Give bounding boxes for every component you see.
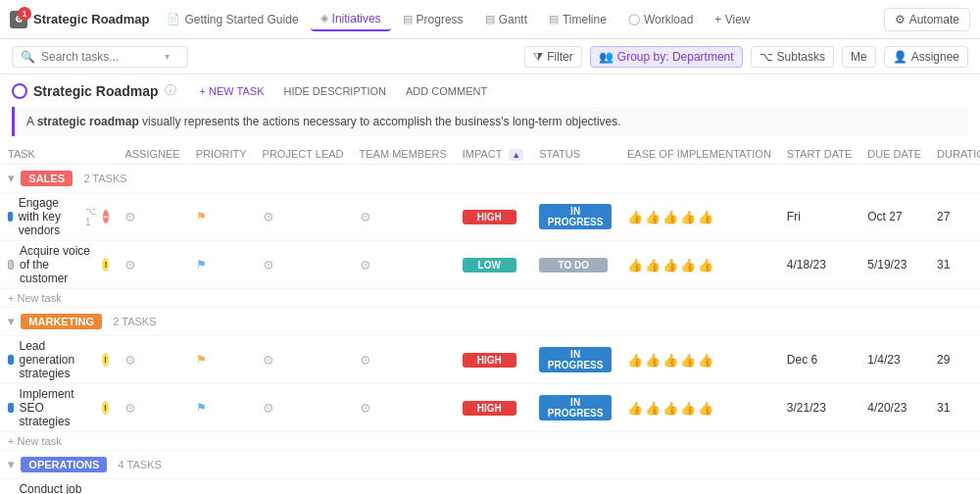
- col-header-task: TASK: [0, 144, 117, 165]
- task-status-cell: IN PROGRESS: [531, 384, 619, 432]
- new-task-row-sales[interactable]: + New task: [0, 289, 980, 308]
- task-members-cell[interactable]: ⚙: [352, 336, 455, 384]
- subtask-indicator: ⌥ 1: [85, 206, 97, 227]
- breadcrumb-title-area: Strategic Roadmap ⓘ: [12, 82, 176, 99]
- task-priority-cell[interactable]: ⚑: [188, 241, 255, 289]
- task-impact-cell: HIGH: [455, 336, 532, 384]
- tab-progress[interactable]: ▤ Progress: [393, 9, 473, 30]
- thumb-icon: 👍: [627, 210, 643, 224]
- group-by-button[interactable]: 👥 Group by: Department: [590, 46, 743, 68]
- task-assignee-cell[interactable]: ⚙: [117, 384, 187, 432]
- task-lead-cell[interactable]: ⚙: [255, 479, 352, 495]
- task-members-cell[interactable]: ⚙: [352, 479, 455, 495]
- workload-icon: ◯: [628, 13, 640, 25]
- add-comment-button[interactable]: ADD COMMENT: [400, 83, 493, 99]
- task-name-text: Conduct job performance appraisal: [19, 482, 97, 494]
- task-name: Lead generation strategies !: [8, 339, 109, 380]
- filter-icon: ⧩: [533, 50, 543, 64]
- priority-flag-icon: ⚑: [196, 210, 207, 223]
- task-assignee-cell[interactable]: ⚙: [117, 479, 187, 495]
- group-task-count-operations: 4 TASKS: [119, 459, 162, 470]
- task-lead-cell[interactable]: ⚙: [255, 241, 352, 289]
- search-box[interactable]: 🔍 ▾: [12, 46, 188, 68]
- tab-workload-label: Workload: [644, 13, 693, 26]
- thumb-icon: 👍: [662, 401, 678, 416]
- group-toggle-operations[interactable]: ▾: [8, 458, 14, 471]
- tab-workload[interactable]: ◯ Workload: [618, 9, 703, 30]
- task-ease-cell: 👍👍👍👍👍: [619, 384, 779, 432]
- info-circle-icon: ⓘ: [165, 82, 176, 99]
- filter-button[interactable]: ⧩ Filter: [524, 46, 582, 68]
- me-button[interactable]: Me: [842, 46, 876, 68]
- task-members-cell[interactable]: ⚙: [352, 241, 455, 289]
- impact-badge: LOW: [463, 258, 516, 272]
- description-text-before: A: [26, 115, 37, 128]
- table-row[interactable]: Lead generation strategies ! ⚙ ⚑ ⚙ ⚙ HIG…: [0, 336, 980, 384]
- task-name: Implement SEO strategies !: [8, 387, 109, 428]
- new-task-label[interactable]: + New task: [0, 289, 980, 308]
- tab-gantt[interactable]: ▤ Gantt: [475, 9, 537, 30]
- thumb-icon: 👍: [698, 353, 713, 368]
- header-row: TASK ASSIGNEE PRIORITY PROJECT LEAD TEAM…: [0, 144, 980, 165]
- breadcrumb-actions: + NEW TASK HIDE DESCRIPTION ADD COMMENT: [194, 83, 494, 99]
- task-assignee-cell[interactable]: ⚙: [117, 193, 187, 241]
- hide-description-button[interactable]: HIDE DESCRIPTION: [278, 83, 393, 99]
- assignee-button[interactable]: 👤 Assignee: [884, 46, 968, 68]
- group-header-cell: ▾ MARKETING 2 TASKS: [0, 308, 980, 336]
- task-assignee-cell[interactable]: ⚙: [117, 336, 187, 384]
- search-input[interactable]: [41, 50, 159, 64]
- group-label-marketing: MARKETING: [21, 314, 102, 329]
- task-duration-cell: 51: [929, 479, 980, 495]
- start-date: Fri: [787, 210, 801, 223]
- task-members-cell[interactable]: ⚙: [352, 193, 455, 241]
- task-priority-cell[interactable]: ⚑: [188, 336, 255, 384]
- task-name-cell: Lead generation strategies !: [0, 336, 117, 384]
- task-lead-cell[interactable]: ⚙: [255, 336, 352, 384]
- task-due-date-cell: 3/24/23: [859, 479, 929, 495]
- task-status-cell: IN PROGRESS: [531, 193, 619, 241]
- due-date: 4/20/23: [867, 401, 906, 415]
- task-members-cell[interactable]: ⚙: [352, 384, 455, 432]
- tab-timeline[interactable]: ▤ Timeline: [539, 9, 616, 30]
- subtasks-button[interactable]: ⌥ Subtasks: [751, 46, 834, 68]
- table-row[interactable]: Engage with key vendors ⌥ 1 − ⚙ ⚑ ⚙ ⚙ HI…: [0, 193, 980, 241]
- table-row[interactable]: Implement SEO strategies ! ⚙ ⚑ ⚙ ⚙ HIGH: [0, 384, 980, 432]
- task-ease-cell: 👍👍👍👍👍: [619, 479, 779, 495]
- group-toggle-sales[interactable]: ▾: [8, 172, 14, 185]
- thumb-icon: 👍: [645, 401, 661, 416]
- task-lead-cell[interactable]: ⚙: [255, 384, 352, 432]
- warning-icon: −: [103, 210, 110, 223]
- lead-gear-icon: ⚙: [263, 258, 274, 272]
- tab-initiatives[interactable]: ◈ Initiatives: [311, 8, 391, 31]
- task-lead-cell[interactable]: ⚙: [255, 193, 352, 241]
- duration-value: 29: [937, 353, 950, 367]
- new-task-breadcrumb-button[interactable]: + NEW TASK: [194, 83, 270, 99]
- table-row[interactable]: Conduct job performance appraisal − ⚙ ⚑ …: [0, 479, 980, 495]
- task-duration-cell: 27: [929, 193, 980, 241]
- info-icon: !: [102, 401, 110, 415]
- task-priority-cell[interactable]: ⚑: [188, 193, 255, 241]
- duration-value: 31: [937, 401, 950, 415]
- thumb-icon: 👍: [662, 210, 678, 224]
- task-priority-cell[interactable]: ⚑: [188, 384, 255, 432]
- assignee-gear-icon: ⚙: [124, 210, 136, 224]
- new-task-row-marketing[interactable]: + New task: [0, 432, 980, 451]
- tab-getting-started[interactable]: 📄 Getting Started Guide: [157, 9, 308, 30]
- task-impact-cell: MEDIUM: [455, 479, 532, 495]
- tab-add-view[interactable]: + View: [705, 9, 760, 30]
- group-header-operations: ▾ OPERATIONS 4 TASKS: [0, 451, 980, 479]
- col-header-team-members: TEAM MEMBERS: [352, 144, 455, 165]
- start-date: Dec 6: [787, 353, 817, 367]
- task-assignee-cell[interactable]: ⚙: [117, 241, 187, 289]
- task-priority-cell[interactable]: ⚑: [188, 479, 255, 495]
- new-task-label[interactable]: + New task: [0, 432, 980, 451]
- group-toggle-marketing[interactable]: ▾: [8, 315, 14, 328]
- thumb-icon: 👍: [627, 353, 643, 368]
- duration-value: 31: [937, 258, 950, 272]
- table-row[interactable]: Acquire voice of the customer ! ⚙ ⚑ ⚙ ⚙ …: [0, 241, 980, 289]
- status-badge: TO DO: [539, 258, 608, 272]
- automate-button[interactable]: ⚙ Automate: [884, 8, 970, 31]
- nav-tabs: 📄 Getting Started Guide ◈ Initiatives ▤ …: [157, 8, 883, 31]
- impact-badge: HIGH: [463, 210, 516, 224]
- due-date: Oct 27: [867, 210, 902, 223]
